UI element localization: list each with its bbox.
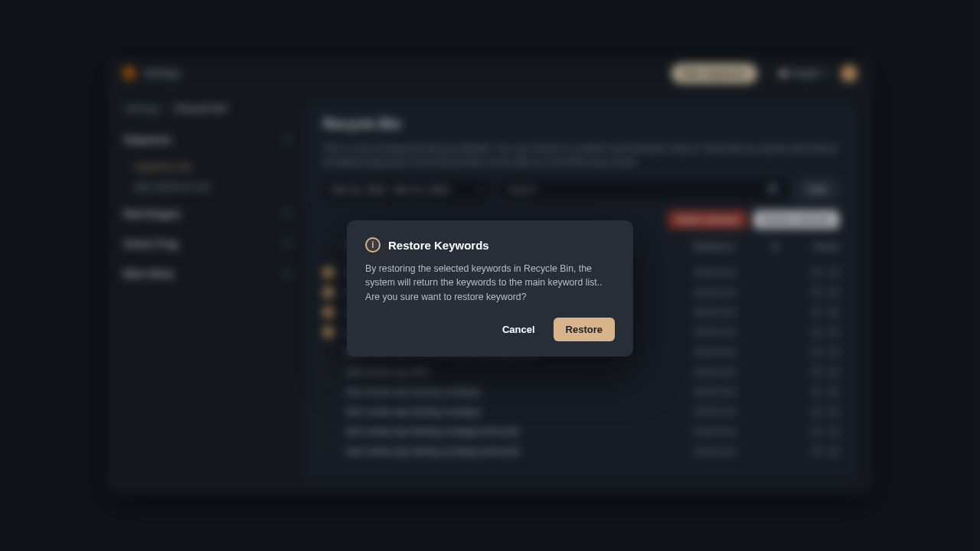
info-icon: i xyxy=(365,237,381,253)
cancel-button[interactable]: Cancel xyxy=(492,318,546,341)
modal-body-text: By restoring the selected keywords in Re… xyxy=(365,262,615,304)
restore-button[interactable]: Restore xyxy=(554,318,615,341)
restore-keywords-modal: i Restore Keywords By restoring the sele… xyxy=(347,220,633,357)
modal-title: Restore Keywords xyxy=(388,239,489,252)
